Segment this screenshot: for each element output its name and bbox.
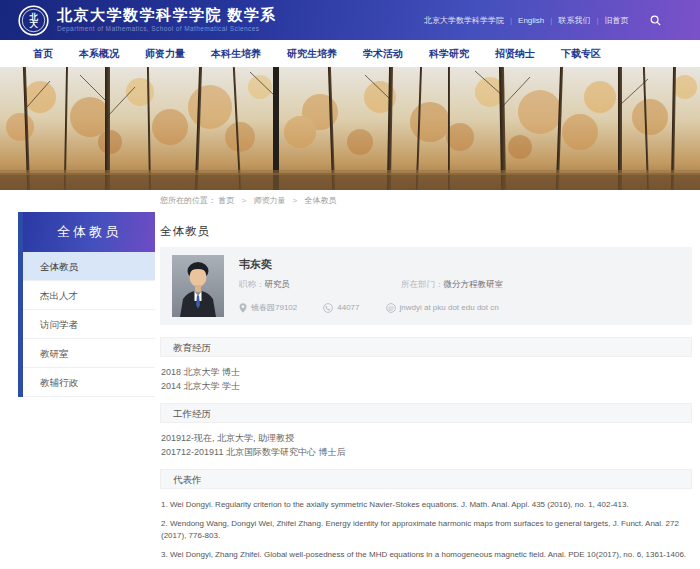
profile-card: 韦东奕 职称： 研究员 所在部门： 微分方程教研室	[160, 247, 692, 325]
pku-seal-logo: 北 大	[18, 5, 49, 36]
publications-list: 1. Wei Dongyi. Regularity criterion to t…	[160, 489, 692, 561]
svg-text:大: 大	[29, 19, 38, 29]
page: 北 大 北京大学数学科学学院 数学系 Department of Mathema…	[0, 0, 700, 569]
top-link-school[interactable]: 北京大学数学科学学院	[424, 15, 504, 26]
site-title: 北京大学数学科学学院 数学系	[57, 7, 277, 24]
phone-number: 44077	[323, 303, 359, 313]
sidebar-item-visiting-scholars[interactable]: 访问学者	[23, 310, 155, 339]
nav-item-about[interactable]: 本系概况	[79, 47, 119, 61]
sidebar-title: 全体教员	[23, 212, 155, 252]
email-at-icon: @	[386, 303, 396, 313]
map-pin-icon	[239, 303, 247, 313]
breadcrumb-label: 您所在的位置：	[160, 196, 216, 205]
title-group: 职称： 研究员	[239, 279, 401, 291]
sidebar-item-distinguished[interactable]: 杰出人才	[23, 281, 155, 310]
main-nav: 首页 本系概况 师资力量 本科生培养 研究生培养 学术活动 科学研究 招贤纳士 …	[0, 40, 700, 67]
nav-item-downloads[interactable]: 下载专区	[561, 47, 601, 61]
breadcrumb-separator: >	[293, 196, 298, 205]
title-label: 职称：	[239, 279, 265, 291]
profile-info: 韦东奕 职称： 研究员 所在部门： 微分方程教研室	[239, 255, 680, 317]
top-link-contact[interactable]: 联系我们	[558, 15, 590, 26]
nav-item-recruitment[interactable]: 招贤纳士	[495, 47, 535, 61]
title-value: 研究员	[265, 279, 291, 291]
publication-entry: 1. Wei Dongyi. Regularity criterion to t…	[161, 499, 691, 511]
section-heading-work: 工作经历	[160, 403, 692, 423]
nav-item-graduate[interactable]: 研究生培养	[287, 47, 337, 61]
dept-group: 所在部门： 微分方程教研室	[401, 279, 563, 291]
top-link-old-home[interactable]: 旧首页	[604, 15, 628, 26]
site-subtitle: Department of Mathematics, School of Mat…	[57, 24, 277, 33]
content-area: 全体教员 全体教员 杰出人才 访问学者 教研室 教辅行政 全体教员	[0, 212, 700, 569]
site-header: 北 大 北京大学数学科学学院 数学系 Department of Mathema…	[0, 0, 700, 40]
work-list: 201912-现在, 北京大学, 助理教授 201712-201911 北京国际…	[160, 423, 692, 469]
breadcrumb-separator: >	[241, 196, 246, 205]
profile-contact-row: 镜春园79102 44077 @	[239, 302, 680, 313]
nav-item-faculty[interactable]: 师资力量	[145, 47, 185, 61]
sidebar: 全体教员 全体教员 杰出人才 访问学者 教研室 教辅行政	[18, 212, 155, 397]
dept-label: 所在部门：	[401, 279, 444, 291]
section-heading-publications: 代表作	[160, 469, 692, 489]
banner-trees-graphic	[0, 67, 700, 190]
office-text: 镜春园79102	[251, 302, 297, 313]
campus-banner-photo	[0, 67, 700, 190]
publication-entry: 3. Wei Dongyi, Zhang Zhifei. Global well…	[161, 549, 691, 561]
education-entry: 2014 北京大学 学士	[161, 379, 691, 393]
nav-item-home[interactable]: 首页	[33, 47, 53, 61]
separator: |	[510, 16, 512, 25]
work-entry: 201712-201911 北京国际数学研究中心 博士后	[161, 445, 691, 459]
breadcrumb-faculty[interactable]: 师资力量	[253, 196, 285, 205]
email-address: @ jnwdyi at pku dot edu dot cn	[386, 303, 499, 313]
office-location: 镜春园79102	[239, 302, 297, 313]
phone-text: 44077	[337, 303, 359, 312]
separator: |	[596, 16, 598, 25]
faculty-name: 韦东奕	[239, 257, 680, 272]
breadcrumb: 您所在的位置： 首页 > 师资力量 > 全体教员	[0, 190, 700, 212]
nav-item-research[interactable]: 科学研究	[429, 47, 469, 61]
separator: |	[550, 16, 552, 25]
top-utility-links: 北京大学数学科学学院 | English | 联系我们 | 旧首页	[424, 0, 661, 40]
profile-photo	[172, 255, 224, 317]
email-text: jnwdyi at pku dot edu dot cn	[400, 303, 499, 312]
breadcrumb-all-staff[interactable]: 全体教员	[305, 196, 337, 205]
work-entry: 201912-现在, 北京大学, 助理教授	[161, 431, 691, 445]
page-title: 全体教员	[160, 224, 692, 239]
nav-item-academic-events[interactable]: 学术活动	[363, 47, 403, 61]
profile-meta-row: 职称： 研究员 所在部门： 微分方程教研室	[239, 279, 680, 291]
sidebar-item-admin-staff[interactable]: 教辅行政	[23, 368, 155, 397]
nav-item-undergraduate[interactable]: 本科生培养	[211, 47, 261, 61]
phone-icon	[323, 303, 333, 313]
breadcrumb-home[interactable]: 首页	[218, 196, 234, 205]
education-list: 2018 北京大学 博士 2014 北京大学 学士	[160, 357, 692, 403]
main-column: 全体教员	[160, 212, 692, 568]
section-heading-education: 教育经历	[160, 337, 692, 357]
top-link-english[interactable]: English	[518, 16, 544, 25]
sidebar-item-all-staff[interactable]: 全体教员	[23, 252, 155, 281]
svg-text:@: @	[387, 304, 393, 311]
search-icon[interactable]	[650, 15, 661, 26]
dept-value: 微分方程教研室	[444, 279, 504, 291]
publication-entry: 2. Wendong Wang, Dongyi Wei, Zhifei Zhan…	[161, 518, 691, 542]
sidebar-item-research-offices[interactable]: 教研室	[23, 339, 155, 368]
education-entry: 2018 北京大学 博士	[161, 365, 691, 379]
